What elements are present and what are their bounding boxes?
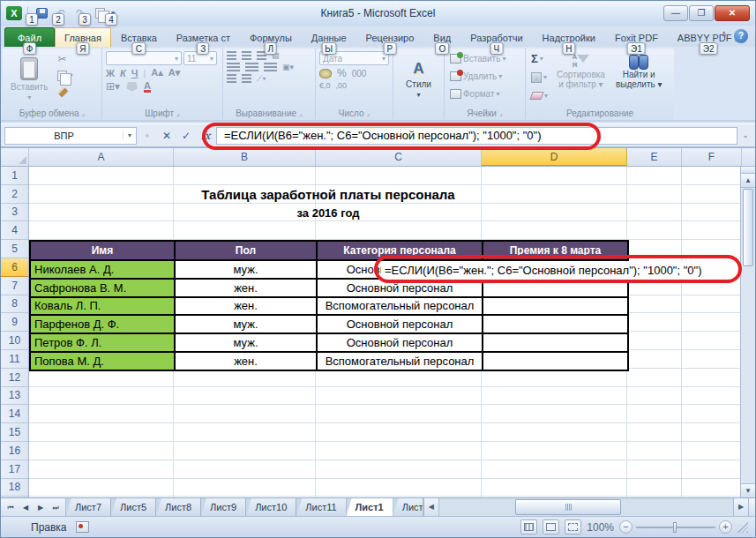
delete-cells-button[interactable]: Удалить▾	[448, 69, 521, 84]
resize-grip[interactable]	[737, 522, 748, 533]
prev-sheet-icon[interactable]: ◀	[19, 501, 33, 514]
thousands-button[interactable]: 000	[352, 69, 367, 78]
sort-filter-button[interactable]: АЯ Сортировкаи фильтр ▾	[553, 51, 609, 107]
next-sheet-icon[interactable]: ▶	[34, 501, 48, 514]
percent-button[interactable]: %	[337, 67, 347, 79]
row-header[interactable]: 14	[1, 405, 28, 423]
dialog-launcher-icon[interactable]: ⌟	[82, 109, 86, 117]
scroll-left-icon[interactable]: ◀	[424, 498, 439, 516]
cell-name[interactable]: Попова М. Д.	[30, 352, 175, 370]
ribbon-tab[interactable]: Разработчи Ч	[460, 27, 532, 47]
sheet-tab[interactable]: Лист	[393, 498, 423, 516]
borders-icon[interactable]: ⊞▾	[106, 80, 120, 93]
select-all-corner[interactable]	[1, 148, 29, 166]
row-header[interactable]: 12	[1, 369, 28, 387]
row-header[interactable]: 9	[1, 313, 28, 332]
macro-record-icon[interactable]	[76, 521, 89, 533]
cell-category[interactable]: Основной персонал	[317, 315, 483, 333]
decrease-indent-icon[interactable]	[227, 74, 236, 83]
row-header[interactable]: 4	[1, 221, 28, 240]
restore-button[interactable]: ❐	[689, 5, 714, 21]
ribbon-tab[interactable]: Формулы Л	[240, 27, 302, 47]
vertical-scroll-thumb[interactable]	[743, 189, 753, 266]
cell-gender[interactable]: жен.	[175, 352, 317, 370]
sheet-tab[interactable]: Лист1	[347, 498, 393, 516]
dialog-launcher-icon[interactable]: ⌟	[367, 109, 371, 117]
split-handle[interactable]	[741, 167, 755, 174]
copy-button[interactable]: ▾	[56, 68, 74, 83]
cell-bonus[interactable]	[483, 315, 628, 333]
zoom-track[interactable]	[636, 527, 715, 528]
row-header[interactable]: 3	[1, 204, 28, 222]
row-header[interactable]: 19	[1, 497, 28, 497]
format-cells-button[interactable]: Формат▾	[448, 86, 521, 101]
column-header[interactable]: B	[174, 148, 316, 166]
insert-cells-button[interactable]: Вставить▾	[448, 51, 521, 66]
scroll-right-icon[interactable]: ▶	[733, 498, 748, 516]
row-header[interactable]: 7	[1, 277, 28, 295]
cell-category[interactable]: Основной персонал	[317, 279, 483, 297]
cell-formula-editor[interactable]: =ЕСЛИ(И(B6="жен."; C6="Основной персонал…	[381, 261, 737, 280]
increase-indent-icon[interactable]	[242, 74, 251, 83]
row-header[interactable]: 6	[1, 258, 28, 277]
column-header[interactable]: D	[482, 148, 627, 166]
cell-gender[interactable]: муж.	[175, 315, 317, 333]
row-header[interactable]: 8	[1, 295, 28, 314]
zoom-slider[interactable]: − +	[619, 520, 732, 534]
vertical-scrollbar[interactable]: ▲ ▼	[740, 167, 755, 497]
scroll-up-icon[interactable]: ▲	[741, 174, 755, 188]
sheet-grid[interactable]: 12345678910111213141516171819 Таблица за…	[1, 167, 755, 497]
find-select-button[interactable]: Найти ивыделить ▾	[612, 51, 666, 107]
column-header[interactable]: E	[627, 148, 682, 166]
cell-name[interactable]: Николаев А. Д.	[30, 260, 175, 279]
cancel-entry-button[interactable]: ✕	[158, 127, 176, 145]
normal-view-button[interactable]	[520, 519, 537, 534]
zoom-out-icon[interactable]: −	[619, 520, 632, 534]
cell-gender[interactable]: муж.	[175, 333, 317, 352]
ribbon-tab[interactable]: Разметка ст З	[167, 27, 240, 47]
sheet-tab[interactable]: Лист7	[66, 498, 111, 516]
minimize-ribbon-icon[interactable]: ∧	[721, 29, 727, 43]
cell-gender[interactable]: жен.	[175, 279, 317, 297]
ribbon-tab[interactable]: Главная Я	[55, 27, 111, 47]
name-box-dropdown-icon[interactable]: ▾	[123, 131, 136, 139]
column-header[interactable]: F	[682, 148, 742, 166]
bold-button[interactable]: Ж	[106, 68, 115, 78]
formula-input[interactable]: =ЕСЛИ(И(B6="жен."; C6="Основной персонал…	[216, 127, 737, 145]
cut-button[interactable]: ✂	[56, 51, 74, 66]
paste-button[interactable]: Вставить ▾	[6, 51, 52, 107]
cell-name[interactable]: Парфенов Д. Ф.	[30, 315, 175, 333]
row-header[interactable]: 1	[1, 167, 28, 185]
formula-bar-menu-button[interactable]: ●	[138, 127, 156, 145]
cell-bonus[interactable]	[483, 333, 628, 352]
row-header[interactable]: 10	[1, 332, 28, 350]
currency-icon[interactable]	[319, 69, 332, 78]
zoom-in-icon[interactable]: +	[719, 520, 732, 534]
row-header[interactable]: 5	[1, 240, 28, 258]
horizontal-scrollbar[interactable]: ◀ ▶	[423, 498, 755, 516]
sheet-tab[interactable]: Лист11	[296, 498, 346, 516]
row-header[interactable]: 15	[1, 423, 28, 442]
dialog-launcher-icon[interactable]: ⌟	[176, 109, 180, 117]
clear-button[interactable]: ▾	[529, 88, 550, 103]
scroll-down-icon[interactable]: ▼	[741, 483, 755, 497]
page-break-view-button[interactable]	[565, 519, 581, 534]
row-header[interactable]: 17	[1, 460, 28, 479]
increase-decimal-button[interactable]: €,0	[319, 81, 331, 90]
fill-color-icon[interactable]	[126, 82, 138, 92]
cell-category[interactable]: Основной персонал	[317, 333, 483, 352]
sheet-tab[interactable]: Лист8	[156, 498, 201, 516]
zoom-knob[interactable]	[673, 522, 677, 533]
first-sheet-icon[interactable]: ⏮	[4, 501, 18, 514]
align-right-icon[interactable]	[264, 63, 277, 71]
dialog-launcher-icon[interactable]: ⌟	[299, 109, 303, 117]
align-middle-icon[interactable]	[242, 51, 251, 60]
cell-category[interactable]: Вспомогательный персонал	[317, 352, 483, 370]
column-header[interactable]: A	[29, 148, 174, 166]
orientation-icon[interactable]: ⟋▾	[257, 74, 266, 84]
confirm-entry-button[interactable]: ✓	[177, 127, 195, 145]
name-box[interactable]: ВПР ▾	[4, 127, 137, 145]
column-header[interactable]: C	[316, 148, 482, 166]
horizontal-scroll-track[interactable]	[439, 498, 733, 516]
horizontal-scroll-thumb[interactable]	[515, 499, 621, 515]
